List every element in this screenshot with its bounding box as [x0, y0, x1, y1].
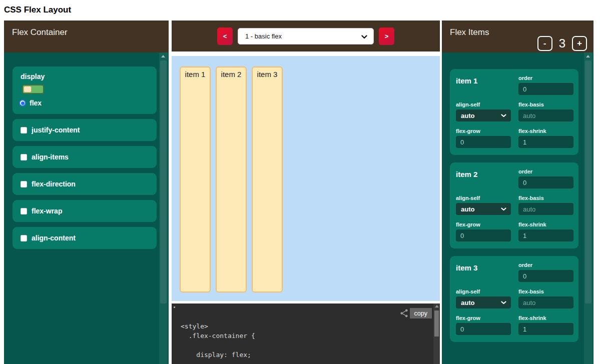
chevron-down-icon [501, 114, 506, 118]
flex-radio[interactable] [19, 100, 26, 106]
flex-shrink-input[interactable] [518, 230, 573, 242]
display-card: display flex [13, 66, 157, 114]
flex-items-panel: Flex Items - 3 + item 1 order align-self… [442, 20, 593, 364]
right-panel-scrollbar[interactable] [584, 52, 592, 364]
chevron-down-icon [361, 35, 367, 39]
item-2-card: item 2 order align-self auto flex-basis [450, 162, 578, 248]
flex-grow-field: flex-grow [456, 128, 511, 154]
flex-grow-label: flex-grow [456, 315, 511, 321]
flex-container-panel-header: Flex Container [4, 20, 169, 52]
align-self-select[interactable]: auto [456, 203, 511, 215]
order-field: order [518, 262, 573, 288]
order-field: order [518, 168, 573, 195]
align-self-select[interactable]: auto [456, 296, 511, 308]
justify-content-label: justify-content [32, 126, 80, 134]
flex-shrink-label: flex-shrink [518, 222, 573, 228]
item-1-card: item 1 order align-self auto flex-basis [450, 69, 578, 155]
flex-shrink-input[interactable] [518, 323, 573, 335]
prev-preset-button[interactable]: < [217, 28, 233, 45]
chevron-down-icon [501, 301, 506, 304]
next-preset-button[interactable]: > [379, 28, 394, 45]
flex-radio-label: flex [30, 99, 42, 107]
item-count: 3 [559, 36, 565, 50]
align-self-label: align-self [456, 288, 511, 294]
justify-content-checkbox[interactable] [21, 127, 27, 134]
align-content-card[interactable]: align-content [13, 227, 157, 249]
flex-shrink-field: flex-shrink [518, 128, 573, 154]
align-items-card[interactable]: align-items [13, 146, 157, 168]
align-items-label: align-items [32, 153, 69, 161]
flex-demo-item-2[interactable]: item 2 [216, 66, 247, 292]
align-items-checkbox[interactable] [21, 154, 27, 160]
order-label: order [518, 262, 573, 268]
flex-wrap-checkbox[interactable] [21, 208, 27, 214]
display-toggle[interactable] [22, 84, 44, 94]
code-scrollbar[interactable] [433, 304, 440, 364]
flex-shrink-field: flex-shrink [518, 222, 573, 248]
justify-content-card[interactable]: justify-content [13, 119, 157, 141]
order-label: order [518, 75, 573, 81]
flex-container-panel-body: display flex justify-content align-items… [4, 52, 169, 364]
flex-basis-field: flex-basis [518, 102, 573, 128]
order-label: order [518, 168, 573, 174]
flex-wrap-card[interactable]: flex-wrap [13, 200, 157, 222]
flex-basis-field: flex-basis [518, 195, 573, 222]
remove-item-button[interactable]: - [537, 36, 552, 51]
flex-basis-field: flex-basis [518, 288, 573, 315]
align-self-label: align-self [456, 102, 511, 108]
flex-grow-input[interactable] [456, 136, 511, 148]
display-flex-radio-row: flex [19, 99, 157, 107]
flex-basis-input[interactable] [518, 296, 573, 308]
flex-demo-item-3[interactable]: item 3 [252, 66, 283, 292]
align-self-field: align-self auto [456, 195, 511, 222]
flex-radio-dot [21, 102, 25, 105]
flex-direction-card[interactable]: flex-direction [13, 173, 157, 195]
flex-grow-field: flex-grow [456, 315, 511, 342]
copy-button[interactable]: copy [410, 308, 432, 318]
align-self-value: auto [461, 299, 474, 306]
scroll-up-icon[interactable] [586, 55, 590, 58]
left-panel-scrollbar-thumb[interactable] [160, 60, 167, 304]
flex-items-panel-title: Flex Items [450, 28, 489, 37]
code-line: .flex-container { [181, 331, 440, 340]
item-count-controls: - 3 + [537, 36, 587, 51]
item-1-title: item 1 [456, 75, 511, 102]
align-self-select[interactable]: auto [456, 110, 511, 122]
item-3-title: item 3 [456, 262, 511, 288]
flex-shrink-input[interactable] [518, 136, 573, 148]
flex-grow-field: flex-grow [456, 222, 511, 248]
code-panel: copy <style> .flex-container { display: … [172, 304, 440, 364]
flex-items-panel-header: Flex Items - 3 + [442, 20, 593, 52]
preset-select-value: 1 - basic flex [245, 32, 282, 40]
flex-basis-label: flex-basis [518, 102, 573, 108]
flex-direction-checkbox[interactable] [21, 181, 27, 188]
order-input[interactable] [518, 83, 573, 95]
flex-grow-label: flex-grow [456, 222, 511, 228]
flex-grow-input[interactable] [456, 230, 511, 242]
add-item-button[interactable]: + [572, 36, 587, 51]
right-panel-scrollbar-thumb[interactable] [585, 60, 591, 304]
code-scrollbar-thumb[interactable] [434, 310, 439, 336]
align-content-checkbox[interactable] [21, 235, 27, 242]
flex-grow-input[interactable] [456, 323, 511, 335]
order-field: order [518, 75, 573, 102]
preset-select[interactable]: 1 - basic flex [238, 28, 374, 44]
flex-wrap-label: flex-wrap [32, 207, 62, 215]
flex-items-panel-body: item 1 order align-self auto flex-basis [442, 52, 593, 364]
item-2-title: item 2 [456, 168, 511, 195]
flex-demo-item-1[interactable]: item 1 [180, 66, 211, 292]
align-self-value: auto [461, 206, 474, 213]
chevron-down-icon [501, 208, 506, 211]
order-input[interactable] [518, 176, 573, 188]
scroll-up-icon[interactable] [161, 55, 165, 58]
flex-basis-input[interactable] [518, 110, 573, 122]
order-input[interactable] [518, 270, 573, 282]
item-3-card: item 3 order align-self auto flex-basis [450, 256, 578, 342]
share-icon[interactable] [399, 308, 409, 318]
flex-container-panel: Flex Container display flex justify-cont… [4, 20, 169, 364]
code-line: display: flex; [181, 350, 440, 360]
display-label: display [21, 72, 157, 80]
scroll-up-icon[interactable] [435, 305, 439, 308]
left-panel-scrollbar[interactable] [159, 52, 168, 364]
flex-basis-input[interactable] [518, 203, 573, 215]
